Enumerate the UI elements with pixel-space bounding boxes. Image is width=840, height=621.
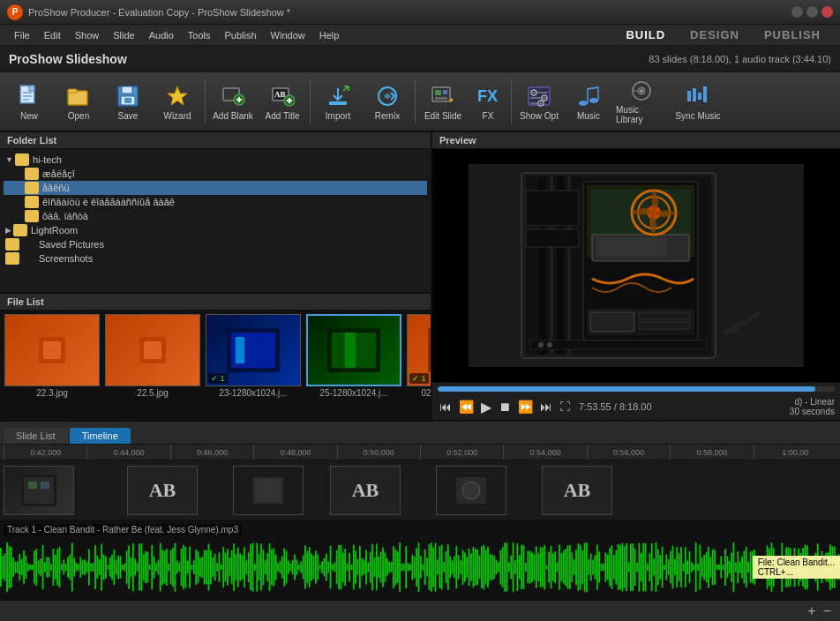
addtitle-icon: AB — [269, 83, 296, 109]
svg-rect-192 — [181, 549, 183, 586]
svg-rect-370 — [554, 551, 556, 583]
menu-show[interactable]: Show — [68, 28, 107, 42]
svg-rect-231 — [263, 550, 265, 585]
svg-rect-211 — [221, 565, 222, 570]
toolbar-remix[interactable]: Remix — [364, 76, 411, 127]
svg-rect-50 — [43, 341, 61, 359]
tab-slide-list[interactable]: Slide List — [4, 428, 68, 444]
menu-slide[interactable]: Slide — [106, 28, 141, 42]
svg-rect-363 — [540, 547, 542, 587]
stop-button[interactable]: ⏹ — [497, 399, 513, 415]
svg-rect-248 — [298, 565, 300, 570]
svg-rect-308 — [424, 550, 426, 585]
fullscreen-button[interactable]: ⛶ — [558, 400, 572, 414]
file-thumb-25[interactable]: 25-1280x1024.j... — [305, 314, 402, 420]
timeline-slide-4[interactable]: AB — [330, 466, 401, 515]
svg-rect-315 — [439, 546, 440, 588]
svg-rect-387 — [590, 553, 592, 580]
zoom-in-button[interactable]: + — [804, 603, 819, 619]
svg-rect-194 — [184, 547, 186, 588]
toolbar-add-title[interactable]: AB Add Title — [259, 76, 306, 127]
play-button[interactable]: ▶ — [479, 398, 493, 416]
skip-end-button[interactable]: ⏭ — [538, 399, 554, 415]
folder-hi-tech[interactable]: ▼ hi-tech — [4, 153, 427, 167]
folder-sub-2-selected[interactable]: åâěňü — [4, 181, 427, 195]
svg-rect-304 — [416, 548, 417, 587]
toolbar-save[interactable]: Save — [104, 76, 152, 127]
svg-rect-228 — [256, 542, 258, 591]
mode-build[interactable]: BUILD — [613, 26, 678, 43]
timeline-slide-3[interactable] — [233, 466, 304, 515]
open-label: Open — [68, 111, 89, 121]
syncmusic-icon — [685, 83, 711, 109]
timeline-slide-2[interactable]: AB — [127, 466, 198, 515]
svg-rect-200 — [198, 551, 199, 583]
toolbar-edit-slide[interactable]: Edit Slide — [419, 76, 467, 127]
folder-sub-4[interactable]: ôàâ. ïáñòà — [4, 209, 427, 223]
svg-rect-440 — [701, 557, 703, 577]
skip-start-button[interactable]: ⏮ — [438, 399, 454, 415]
toolbar-music-library[interactable]: Music Library — [614, 76, 669, 127]
timeline-slide-5[interactable] — [436, 466, 506, 515]
svg-rect-21 — [329, 101, 347, 105]
menu-tools[interactable]: Tools — [181, 28, 218, 42]
toolbar-show-opt[interactable]: Show Opt — [515, 76, 563, 127]
menu-help[interactable]: Help — [312, 28, 347, 42]
import-label: Import — [326, 111, 350, 121]
svg-rect-306 — [420, 556, 422, 578]
menu-edit[interactable]: Edit — [37, 28, 68, 42]
folder-saved-pictures[interactable]: Saved Pictures — [4, 237, 427, 251]
svg-rect-327 — [464, 552, 466, 581]
svg-rect-450 — [723, 565, 724, 571]
folder-lightroom[interactable]: ▶ LightRoom — [4, 223, 427, 237]
svg-rect-263 — [330, 546, 332, 589]
svg-rect-259 — [321, 561, 323, 572]
folder-sub-1[interactable]: æåëåçî — [4, 167, 427, 181]
toolbar-import[interactable]: Import — [314, 76, 362, 127]
toolbar-add-blank[interactable]: Add Blank — [209, 76, 257, 127]
svg-rect-214 — [227, 549, 229, 585]
file-thumb-029[interactable]: ✓ 1 029phantom03... — [406, 314, 431, 420]
svg-rect-343 — [498, 562, 499, 572]
bottom-area: Slide List Timeline 0:42,000 0:44,000 0:… — [0, 420, 840, 621]
toolbar-wizard[interactable]: Wizard — [154, 76, 201, 127]
svg-rect-229 — [259, 554, 260, 580]
svg-rect-286 — [378, 557, 379, 578]
rewind-button[interactable]: ⏪ — [457, 399, 476, 415]
svg-rect-384 — [584, 542, 586, 591]
menu-file[interactable]: File — [7, 28, 37, 42]
svg-rect-318 — [446, 551, 447, 583]
menu-window[interactable]: Window — [264, 28, 312, 42]
svg-rect-287 — [380, 551, 382, 582]
menu-publish[interactable]: Publish — [218, 28, 264, 42]
toolbar-new[interactable]: New — [5, 76, 53, 127]
svg-rect-89 — [639, 322, 690, 329]
mode-design[interactable]: DESIGN — [678, 26, 752, 43]
file-thumb-22-5[interactable]: 22.5.jpg — [104, 314, 201, 420]
folder-sub-3[interactable]: êîñâàíöü è êîáåãáàññíûå âàâê — [4, 195, 427, 209]
timeline-slide-6[interactable]: AB — [542, 466, 612, 515]
tab-timeline[interactable]: Timeline — [70, 428, 131, 444]
mode-publish[interactable]: PUBLISH — [752, 26, 833, 43]
svg-rect-328 — [466, 557, 468, 578]
playback-bar[interactable] — [438, 386, 835, 392]
svg-rect-293 — [393, 546, 394, 588]
toolbar-music[interactable]: Music — [565, 76, 612, 127]
close-button[interactable] — [821, 6, 833, 18]
menu-audio[interactable]: Audio — [142, 28, 181, 42]
svg-rect-411 — [641, 553, 642, 582]
playback-time: 7:53.55 / 8:18.00 — [579, 401, 652, 412]
file-thumb-23[interactable]: ✓ 1 23-1280x1024.j... — [205, 314, 302, 420]
toolbar-open[interactable]: Open — [55, 76, 102, 127]
fast-forward-button[interactable]: ⏩ — [516, 399, 535, 415]
file-thumb-22-3[interactable]: 22.3.jpg — [4, 314, 101, 420]
save-icon — [115, 83, 141, 109]
zoom-out-button[interactable]: − — [820, 603, 835, 619]
folder-screenshots[interactable]: Screenshots — [4, 251, 427, 266]
minimize-button[interactable] — [791, 6, 803, 18]
thumb-img-029: ✓ 1 — [407, 314, 431, 386]
toolbar-fx[interactable]: FX FX — [469, 76, 507, 127]
toolbar-sync-music[interactable]: Sync Music — [671, 76, 725, 127]
maximize-button[interactable] — [806, 6, 818, 18]
timeline-slide-1[interactable] — [4, 466, 74, 515]
